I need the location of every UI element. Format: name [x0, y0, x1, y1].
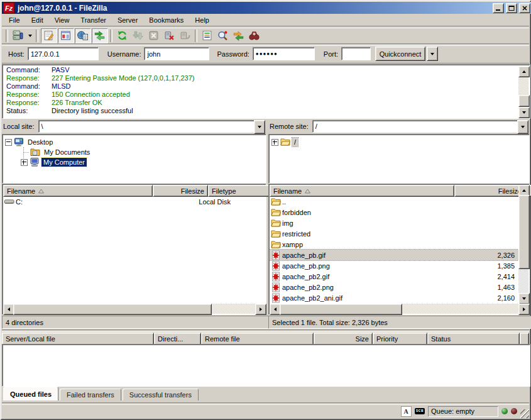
column-header-remote-file[interactable]: Remote file	[201, 333, 314, 345]
menu-item-transfer[interactable]: Transfer	[75, 15, 112, 26]
tree-item-desktop[interactable]: Desktop	[5, 137, 55, 147]
file-row[interactable]: apache_pb2.png 1,463	[270, 282, 518, 292]
tree-item-my-computer[interactable]: My Computer	[21, 157, 87, 167]
minimize-button[interactable]	[493, 3, 504, 13]
file-size	[449, 207, 518, 218]
remote-hscrollbar[interactable]	[270, 304, 528, 314]
column-header-filename[interactable]: Filename	[270, 185, 454, 197]
file-row[interactable]: xampp	[270, 239, 518, 250]
log-label: Response:	[4, 91, 52, 99]
password-input[interactable]: ●●●●●●	[253, 47, 315, 60]
maximize-button[interactable]	[506, 3, 517, 13]
toggle-transfer-queue-button[interactable]	[92, 28, 108, 43]
expand-icon[interactable]	[271, 139, 278, 146]
site-manager-dropdown[interactable]	[26, 29, 34, 43]
disconnect-button[interactable]	[162, 29, 177, 43]
scroll-thumb[interactable]	[518, 95, 530, 107]
column-header-filesize[interactable]: Filesize	[454, 185, 525, 197]
local-site-combo[interactable]: \	[38, 120, 265, 133]
file-row[interactable]: apache_pb2_ani.gif 2,160	[270, 292, 518, 303]
file-row[interactable]: apache_pb2.gif 2,414	[270, 271, 518, 282]
file-name: apache_pb2_ani.gif	[282, 294, 342, 302]
column-header-status[interactable]: Status	[427, 333, 520, 345]
menu-item-server[interactable]: Server	[112, 15, 143, 26]
scroll-thumb[interactable]	[280, 304, 402, 315]
file-size	[449, 196, 518, 207]
local-site-value[interactable]: \	[38, 120, 254, 133]
scroll-right-button[interactable]	[255, 304, 266, 315]
host-input[interactable]: 127.0.0.1	[28, 47, 99, 60]
log-scrollbar[interactable]	[518, 66, 528, 117]
tab-successful-transfers[interactable]: Successful transfers	[123, 389, 199, 401]
triangle-down-icon	[522, 297, 526, 300]
triangle-left-icon	[8, 307, 10, 311]
toggle-remote-tree-button[interactable]	[75, 28, 91, 43]
refresh-button[interactable]	[115, 29, 130, 43]
quickconnect-button[interactable]: Quickconnect	[375, 47, 425, 61]
resize-grip[interactable]	[520, 409, 529, 418]
file-row[interactable]: apache_pb.png 1,385	[270, 260, 518, 271]
remote-site-value[interactable]: /	[312, 120, 517, 133]
quickconnect-button-label: Quickconnect	[380, 50, 422, 58]
column-label: Priority	[376, 335, 398, 343]
process-queue-button[interactable]	[131, 29, 146, 43]
scroll-down-button[interactable]	[518, 293, 530, 304]
scroll-up-button[interactable]	[518, 66, 530, 77]
file-row-local-disk[interactable]: C: Local Disk	[3, 196, 265, 207]
column-header-filename[interactable]: Filename	[3, 185, 153, 197]
tree-item-my-documents[interactable]: My Documents	[28, 147, 92, 157]
cancel-button[interactable]	[146, 29, 161, 43]
find-files-button[interactable]	[247, 29, 262, 43]
close-button[interactable]	[519, 3, 530, 13]
remote-site-dropdown[interactable]	[517, 120, 528, 134]
remote-site-combo[interactable]: /	[312, 120, 528, 133]
compare-directories-button[interactable]	[216, 29, 231, 43]
scroll-thumb[interactable]	[518, 195, 530, 269]
speedlimit-badge-icon[interactable]: SCB	[415, 408, 425, 414]
username-label: Username:	[107, 50, 141, 58]
port-input[interactable]	[341, 47, 371, 60]
expand-icon[interactable]	[21, 159, 28, 166]
quickconnect-dropdown[interactable]	[427, 47, 438, 61]
menu-item-help[interactable]: Help	[189, 15, 215, 26]
menu-item-edit[interactable]: Edit	[26, 15, 49, 26]
transfer-type-icon[interactable]: A	[401, 406, 412, 417]
collapse-icon[interactable]	[5, 139, 12, 146]
file-row[interactable]: img	[270, 218, 518, 228]
triangle-up-icon	[522, 189, 526, 192]
toolbar-separator	[36, 30, 38, 42]
file-row[interactable]: ..	[270, 196, 518, 207]
file-row-selected[interactable]: apache_pb.gif 2,326	[270, 250, 518, 260]
toggle-message-log-button[interactable]	[41, 28, 57, 43]
synchronized-browsing-button[interactable]	[231, 29, 246, 43]
reconnect-button[interactable]	[178, 29, 193, 43]
column-header-size[interactable]: Size	[314, 333, 373, 345]
column-header-filesize[interactable]: Filesize	[153, 185, 208, 197]
tab-failed-transfers[interactable]: Failed transfers	[60, 389, 121, 401]
tree-item-root[interactable]: /	[271, 137, 298, 147]
toggle-local-tree-button[interactable]	[58, 28, 74, 43]
remote-vscrollbar[interactable]	[518, 185, 528, 303]
site-manager-button[interactable]	[11, 29, 26, 43]
filter-button[interactable]	[200, 29, 215, 43]
file-row[interactable]: restricted	[270, 228, 518, 239]
scroll-right-button[interactable]	[518, 304, 530, 315]
scroll-down-button[interactable]	[518, 107, 530, 118]
local-hscrollbar[interactable]	[3, 304, 265, 314]
remote-site-label: Remote site:	[268, 123, 309, 130]
scroll-thumb[interactable]	[13, 304, 212, 315]
username-input[interactable]: john	[144, 47, 209, 60]
menu-item-bookmarks[interactable]: Bookmarks	[143, 15, 189, 26]
tab-queued-files[interactable]: Queued files	[3, 387, 58, 401]
local-site-dropdown[interactable]	[254, 120, 265, 134]
column-header-direction[interactable]: Directi...	[154, 333, 201, 345]
maximize-icon	[508, 5, 515, 11]
toolbar-separator	[110, 30, 112, 42]
menu-item-view[interactable]: View	[49, 15, 75, 26]
column-header-priority[interactable]: Priority	[373, 333, 427, 345]
menu-item-file[interactable]: File	[3, 15, 26, 26]
app-logo-icon[interactable]: Fz	[3, 3, 14, 13]
toolbar	[2, 28, 531, 43]
column-header-server-local-file[interactable]: Server/Local file	[2, 333, 154, 345]
file-row[interactable]: forbidden	[270, 207, 518, 218]
